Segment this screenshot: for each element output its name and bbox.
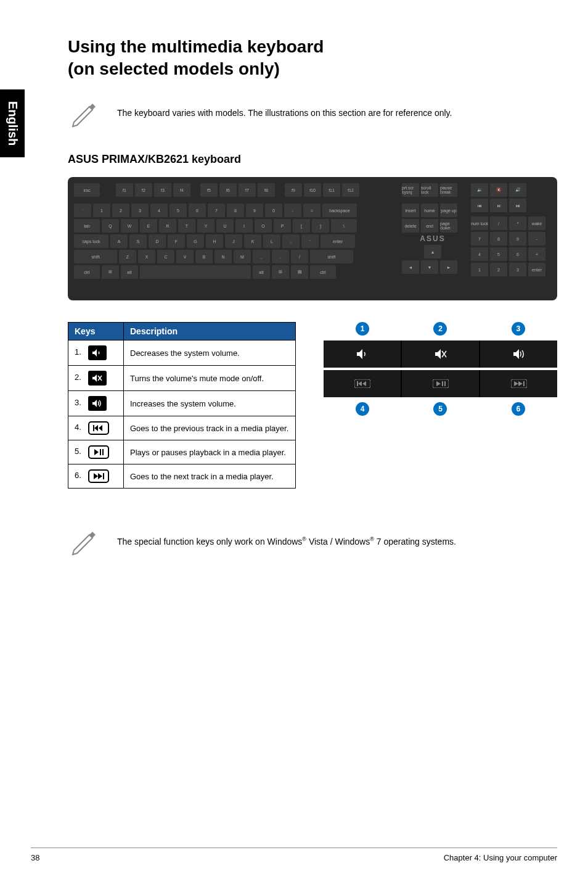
key-row-num: 5.	[75, 447, 86, 456]
key-v: V	[176, 250, 194, 263]
pen-icon	[68, 97, 99, 128]
svg-rect-2	[93, 425, 94, 431]
key-y: Y	[197, 219, 214, 233]
key-num9: 9	[509, 232, 526, 245]
key-comma: ,	[253, 250, 270, 263]
key-wake: wake	[528, 217, 545, 230]
svg-rect-9	[357, 381, 358, 386]
mute-icon	[88, 371, 107, 386]
key-l: L	[263, 234, 280, 248]
key-f3: f3	[154, 183, 171, 197]
key-row-num: 3.	[75, 398, 86, 407]
key-slash: /	[291, 250, 308, 263]
key-desc: Increases the system volume.	[124, 391, 296, 416]
key-e: E	[140, 219, 157, 233]
note-text: The keyboard varies with models. The ill…	[117, 108, 452, 118]
key-desc: Plays or pauses playback in a media play…	[124, 440, 296, 464]
key-i: I	[235, 219, 253, 233]
note-callout: The keyboard varies with models. The ill…	[68, 97, 557, 128]
table-row: 1. Decreases the system volume.	[68, 340, 296, 366]
key-f: F	[168, 234, 185, 248]
media-panel-illustration: 1 2 3	[324, 322, 557, 421]
key-desc: Goes to the next track in a media player…	[124, 464, 296, 489]
key-numplus: +	[528, 247, 545, 261]
key-right: ►	[440, 260, 457, 274]
keyboard-illustration: esc f1 f2 f3 f4 f5 f6 f7 f8 f9 f10 f11 f…	[68, 177, 557, 300]
table-header-desc: Description	[124, 323, 296, 340]
key-desc: Turns the volume's mute mode on/off.	[124, 366, 296, 391]
key-media-prev: ⏮	[471, 199, 488, 212]
key-num6: 6	[509, 247, 526, 261]
panel-voldown	[324, 340, 402, 368]
page-title-line1: Using the multimedia keyboard	[68, 37, 557, 57]
key-rbracket: ]	[312, 219, 329, 233]
page-footer: 38 Chapter 4: Using your computer	[31, 848, 557, 862]
key-h: H	[206, 234, 223, 248]
key-pause: pause break	[440, 183, 457, 197]
key-f7: f7	[239, 183, 256, 197]
key-q: Q	[102, 219, 119, 233]
key-scrolllock: scroll lock	[421, 183, 438, 197]
key-num4: 4	[471, 247, 488, 261]
key-lshift: shift	[74, 250, 117, 263]
key-prtscr: prt scr sysrq	[402, 183, 419, 197]
language-tab: English	[0, 89, 25, 157]
key-b: B	[195, 250, 213, 263]
key-u: U	[216, 219, 234, 233]
key-row-num: 6.	[75, 471, 86, 480]
key-space	[140, 265, 251, 279]
callout-5: 5	[433, 402, 447, 416]
key-3: 3	[131, 204, 149, 217]
key-enter: enter	[321, 234, 355, 248]
key-numdiv: /	[490, 217, 507, 230]
key-m: M	[234, 250, 251, 263]
key-num2: 2	[490, 263, 507, 276]
key-num3: 3	[509, 263, 526, 276]
key-numenter: enter	[528, 263, 545, 276]
key-backspace: backspace	[322, 204, 357, 217]
next-track-icon	[88, 469, 109, 483]
panel-volup	[480, 340, 557, 368]
pen-icon	[68, 526, 99, 556]
page-number: 38	[31, 853, 39, 862]
key-tilde: `	[74, 204, 91, 217]
key-t: T	[178, 219, 195, 233]
key-lbracket: [	[293, 219, 310, 233]
key-2: 2	[112, 204, 129, 217]
key-num1: 1	[471, 263, 488, 276]
table-row: 3. Increases the system volume.	[68, 391, 296, 416]
key-pgdn: page down	[440, 219, 457, 233]
panel-prev	[324, 370, 402, 397]
svg-rect-5	[103, 473, 104, 479]
key-media-mute: 🔇	[490, 183, 507, 197]
key-quote: '	[301, 234, 319, 248]
table-row: 6. Goes to the next track in a media pla…	[68, 464, 296, 489]
key-menu: ▤	[291, 265, 308, 279]
svg-rect-3	[100, 449, 101, 455]
callout-3: 3	[512, 322, 525, 336]
key-desc: Goes to the previous track in a media pl…	[124, 416, 296, 440]
key-media-next: ⏭	[509, 199, 526, 212]
key-down: ▼	[421, 260, 438, 274]
key-c: C	[157, 250, 174, 263]
table-row: 4. Goes to the previous track in a media…	[68, 416, 296, 440]
key-delete: delete	[402, 219, 419, 233]
key-f8: f8	[258, 183, 275, 197]
key-nummul: *	[509, 217, 526, 230]
key-lalt: alt	[121, 265, 138, 279]
key-tab: tab	[74, 219, 100, 233]
key-lctrl: ctrl	[74, 265, 100, 279]
key-w: W	[121, 219, 138, 233]
svg-rect-4	[102, 449, 104, 455]
key-f2: f2	[135, 183, 152, 197]
key-4: 4	[150, 204, 168, 217]
asus-logo: ASUS	[420, 234, 445, 243]
svg-rect-11	[442, 381, 443, 386]
key-z: Z	[119, 250, 136, 263]
key-f9: f9	[285, 183, 302, 197]
key-n: N	[214, 250, 232, 263]
key-lwin: ⊞	[102, 265, 119, 279]
keys-table: Keys Description 1. Decreases the system…	[68, 322, 296, 489]
key-a: A	[110, 234, 128, 248]
callout-6: 6	[512, 402, 525, 416]
